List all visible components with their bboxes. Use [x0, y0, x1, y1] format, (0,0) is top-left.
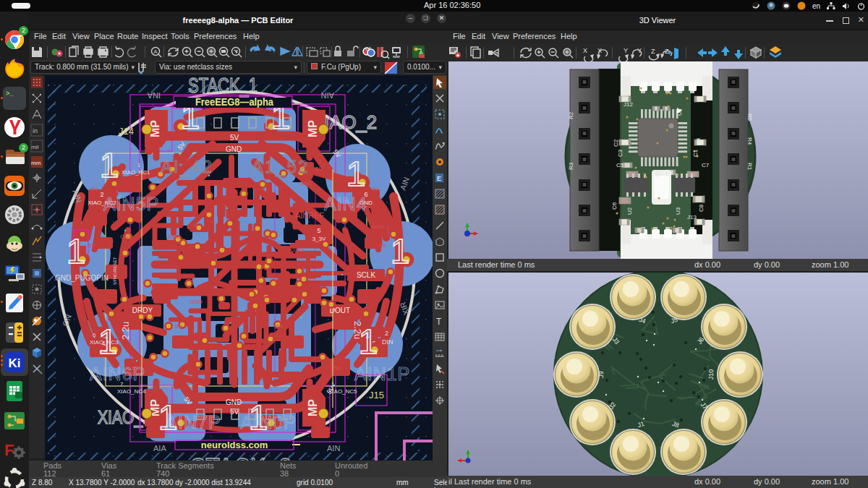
svg-text:5V: 5V — [230, 134, 239, 142]
svg-text:7: 7 — [120, 381, 124, 388]
svg-text:J12: J12 — [624, 101, 633, 108]
svg-text:5V: 5V — [88, 242, 95, 249]
svg-text:2.2u: 2.2u — [120, 322, 131, 340]
svg-text:R2: R2 — [568, 111, 574, 119]
svg-text:5V: 5V — [276, 323, 284, 330]
svg-text:1: 1 — [67, 232, 86, 270]
svg-text:1: 1 — [249, 398, 268, 437]
svg-text:GND_PUGOPIN: GND_PUGOPIN — [55, 274, 109, 282]
svg-text:1: 1 — [137, 162, 141, 168]
svg-text:AIN5P: AIN5P — [103, 194, 159, 214]
svg-text:U3: U3 — [675, 207, 681, 215]
svg-text:1: 1 — [346, 155, 366, 193]
svg-text:Z: Z — [651, 48, 655, 55]
svg-text:A1_52: A1_52 — [252, 157, 309, 176]
svg-text:J10: J10 — [707, 369, 715, 380]
svg-text:MP: MP — [307, 120, 319, 137]
svg-text:XIAO_NC5: XIAO_NC5 — [328, 388, 357, 395]
svg-text:SCLK: SCLK — [357, 271, 375, 279]
svg-text:GND: GND — [190, 299, 203, 305]
svg-text:GND: GND — [299, 180, 312, 187]
svg-text:5V: 5V — [372, 186, 379, 192]
svg-text:J9: J9 — [597, 371, 605, 378]
svg-text:F: F — [4, 441, 14, 459]
svg-text:X1: X1 — [655, 170, 661, 177]
svg-text:GND: GND — [291, 247, 304, 253]
svg-text:C3: C3 — [617, 149, 624, 157]
svg-text:GND: GND — [372, 223, 385, 230]
svg-text:Y: Y — [624, 47, 628, 54]
svg-text:AIN: AIN — [321, 91, 334, 100]
svg-text:AIN1P: AIN1P — [354, 364, 410, 384]
svg-text:SYNC/RESET: SYNC/RESET — [113, 257, 117, 285]
svg-text:1: 1 — [391, 232, 410, 270]
svg-text:U2: U2 — [626, 207, 633, 215]
svg-text:2: 2 — [385, 330, 388, 337]
svg-text:J13: J13 — [687, 214, 697, 221]
svg-text:MP: MP — [307, 399, 319, 416]
svg-text:6: 6 — [93, 332, 96, 338]
svg-text:GND: GND — [120, 234, 133, 240]
svg-text:C2: C2 — [613, 139, 619, 147]
svg-text:GND: GND — [226, 145, 242, 153]
svg-text:AIN: AIN — [327, 444, 340, 453]
svg-text:XIAO_NC4: XIAO_NC4 — [117, 388, 146, 395]
svg-text:1: 1 — [158, 398, 178, 437]
svg-text:5V: 5V — [379, 242, 386, 249]
svg-text:mm: mm — [31, 160, 41, 166]
svg-text:5V: 5V — [91, 186, 98, 192]
svg-text:R1: R1 — [746, 163, 753, 171]
svg-text:C8: C8 — [698, 204, 705, 212]
svg-text:neuroldss.com: neuroldss.com — [201, 440, 268, 450]
svg-text:STACK_2: STACK_2 — [190, 453, 292, 461]
svg-text:GND: GND — [226, 398, 242, 406]
svg-text:1: 1 — [359, 322, 378, 361]
svg-text:1: 1 — [98, 322, 118, 361]
svg-text:R4: R4 — [746, 137, 753, 145]
svg-text:E: E — [437, 175, 441, 182]
svg-text:R5: R5 — [746, 114, 753, 121]
svg-text:5V: 5V — [175, 323, 182, 330]
svg-text:XIAO_NC1: XIAO_NC1 — [122, 169, 150, 176]
svg-text:AIN6P: AIN6P — [90, 364, 145, 384]
svg-text:A: A — [153, 48, 158, 55]
svg-text:DIN: DIN — [382, 338, 393, 346]
svg-text:5: 5 — [317, 227, 320, 234]
svg-text:mil: mil — [31, 144, 38, 150]
svg-text:R3: R3 — [568, 162, 574, 170]
svg-text:J14: J14 — [119, 126, 134, 137]
svg-text:C4: C4 — [695, 137, 702, 145]
svg-text:AIA: AIA — [153, 444, 166, 453]
svg-text:C5: C5 — [616, 162, 624, 168]
svg-text:X: X — [583, 47, 587, 54]
svg-text:GND: GND — [168, 234, 181, 240]
svg-text:5V: 5V — [334, 365, 341, 372]
svg-text:FreeEEG8—alpha: FreeEEG8—alpha — [195, 95, 274, 108]
svg-text:AI_42: AI_42 — [161, 157, 213, 176]
svg-text:7: 7 — [318, 158, 322, 165]
svg-text:AIN4: AIN4 — [324, 194, 367, 214]
svg-text:C6: C6 — [611, 202, 618, 210]
svg-text:AINREF: AINREF — [295, 211, 325, 220]
svg-text:1: 1 — [331, 381, 335, 388]
svg-text:J15: J15 — [369, 390, 384, 401]
svg-text:in: in — [33, 127, 38, 134]
svg-text:T: T — [436, 317, 442, 327]
svg-text:INA: INA — [147, 91, 161, 100]
svg-text:Ki: Ki — [9, 356, 21, 370]
svg-text:5V: 5V — [315, 166, 323, 172]
svg-text:C7: C7 — [702, 162, 710, 168]
svg-text:1: 1 — [100, 146, 119, 184]
svg-text:C1: C1 — [692, 149, 699, 157]
